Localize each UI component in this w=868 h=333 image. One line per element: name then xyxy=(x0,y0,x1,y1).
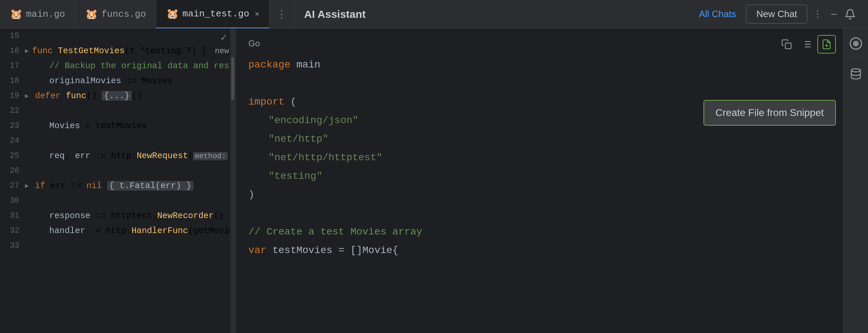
fold-arrow-16[interactable]: ▶ xyxy=(25,44,32,59)
code-line-32: 32 handler := http.HandlerFunc(getMovies… xyxy=(0,223,235,238)
code-line-16: 16 ▶ func TestGetMovies(t *testing.T) { … xyxy=(0,44,235,59)
svg-rect-0 xyxy=(785,43,791,49)
fold-arrow-19[interactable]: ▶ xyxy=(25,89,32,104)
go-file-icon-2: 🐹 xyxy=(85,8,98,20)
ai-code-line-1: package main xyxy=(248,56,804,74)
code-line-17: 17 // Backup the original data and resto… xyxy=(0,59,235,74)
code-line-27: 27 ▶ if err != nil { t.Fatal(err) } xyxy=(0,178,235,193)
code-line-25: 25 req, err := http.NewRequest(method: "… xyxy=(0,148,235,163)
all-chats-button[interactable]: All Chats xyxy=(699,9,736,20)
tab-main-go[interactable]: 🐹 main.go xyxy=(0,0,75,28)
tab-main-test-go[interactable]: 🐹 main_test.go ✕ xyxy=(156,0,269,28)
ai-panel: Go package main import ( "encoding/json"… xyxy=(236,29,868,333)
editor-scrollbar[interactable] xyxy=(230,29,235,333)
code-line-26: 26 xyxy=(0,163,235,178)
ai-more-button[interactable]: ⋮ xyxy=(813,9,822,20)
scrollbar-thumb xyxy=(231,57,234,100)
create-file-from-snippet-popup[interactable]: Create File from Snippet xyxy=(703,100,836,126)
svg-point-9 xyxy=(855,43,857,45)
list-icon[interactable] xyxy=(797,35,816,54)
fold-arrow-27[interactable]: ▶ xyxy=(25,178,32,193)
code-line-15: 15 xyxy=(0,29,235,44)
new-chat-button[interactable]: New Chat xyxy=(746,5,807,24)
ai-minimize-button[interactable]: — xyxy=(831,9,837,20)
code-line-24: 24 xyxy=(0,133,235,148)
code-content[interactable]: ✓ 15 16 ▶ func TestGetMovies(t *testing.… xyxy=(0,29,235,333)
notification-button[interactable] xyxy=(842,6,858,22)
tab-label-funcs-go: funcs.go xyxy=(101,9,146,20)
tab-close-button[interactable]: ✕ xyxy=(255,9,259,18)
code-line-31: 31 response := httptest.NewRecorder() xyxy=(0,208,235,223)
database-icon[interactable] xyxy=(847,65,865,83)
main-area: ✓ 15 16 ▶ func TestGetMovies(t *testing.… xyxy=(0,29,868,333)
code-line-30: 30 xyxy=(0,193,235,208)
language-label: Go xyxy=(248,39,804,49)
ai-spiral-icon[interactable] xyxy=(847,34,865,53)
go-file-icon-3: 🐹 xyxy=(166,8,179,20)
ai-code-content: Go package main import ( "encoding/json"… xyxy=(236,29,843,333)
code-line-18: 18 originalMovies := Movies xyxy=(0,74,235,89)
tab-bar: 🐹 main.go 🐹 funcs.go 🐹 main_test.go ✕ ⋮ … xyxy=(0,0,868,29)
copy-icon[interactable] xyxy=(777,35,796,54)
code-toolbar xyxy=(777,35,836,54)
code-line-23: 23 Movies = testMovies xyxy=(0,118,235,133)
tab-overflow-button[interactable]: ⋮ xyxy=(269,8,294,20)
tab-label-main-go: main.go xyxy=(26,9,65,20)
code-line-19: 19 ▶ defer func() {...}() xyxy=(0,89,235,104)
code-line-33: 33 xyxy=(0,238,235,253)
editor-panel: ✓ 15 16 ▶ func TestGetMovies(t *testing.… xyxy=(0,29,236,333)
bell-icon xyxy=(844,9,856,20)
svg-point-10 xyxy=(851,69,861,72)
sidebar-separator xyxy=(849,59,863,59)
tab-label-main-test-go: main_test.go xyxy=(182,9,249,19)
tab-funcs-go[interactable]: 🐹 funcs.go xyxy=(75,0,156,28)
ai-right-sidebar xyxy=(843,29,868,333)
go-file-icon: 🐹 xyxy=(10,8,22,20)
ai-code-block: package main import ( "encoding/json" "n… xyxy=(248,56,804,260)
check-mark-icon: ✓ xyxy=(221,31,227,44)
ai-assistant-title: AI Assistant xyxy=(304,8,699,20)
create-file-icon[interactable] xyxy=(817,35,836,54)
code-line-22: 22 xyxy=(0,104,235,118)
